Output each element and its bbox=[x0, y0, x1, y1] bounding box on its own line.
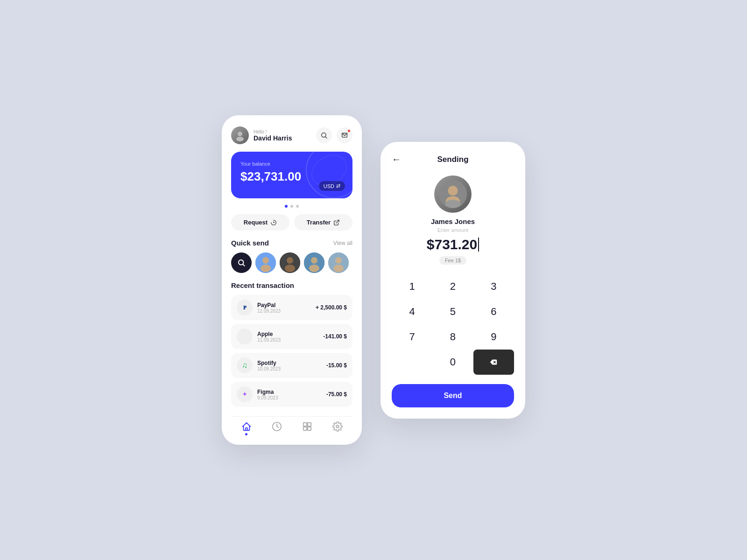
table-row[interactable]: 𝐏 PayPal 12.09.2023 + 2,500.00 $ bbox=[231, 295, 352, 320]
carousel-dots bbox=[231, 205, 352, 208]
exchange-icon: ⇄ bbox=[336, 183, 340, 189]
transfer-label: Transfer bbox=[307, 219, 331, 226]
sending-title: Sending bbox=[437, 155, 468, 164]
svg-point-29 bbox=[445, 200, 461, 208]
quick-send-list bbox=[231, 252, 352, 273]
svg-point-12 bbox=[287, 257, 293, 264]
svg-rect-21 bbox=[303, 423, 306, 426]
sending-header: ← Sending bbox=[392, 155, 514, 164]
tx-amount: + 2,500.00 $ bbox=[316, 304, 347, 311]
numpad-1[interactable]: 1 bbox=[392, 274, 432, 299]
numpad-backspace[interactable] bbox=[473, 350, 514, 375]
table-row[interactable]: ✦ Figma 9.09.2023 -75.00 $ bbox=[231, 382, 352, 407]
recent-tx-header: Recent transaction bbox=[231, 281, 352, 289]
notification-dot bbox=[347, 129, 351, 133]
figma-icon: ✦ bbox=[237, 386, 253, 402]
tx-date: 12.09.2023 bbox=[257, 308, 281, 314]
apple-icon bbox=[237, 329, 253, 344]
svg-point-19 bbox=[333, 265, 344, 272]
svg-point-15 bbox=[311, 257, 317, 264]
enter-amount-label: Enter amount bbox=[437, 227, 468, 233]
tx-date: 11.09.2023 bbox=[257, 337, 281, 343]
svg-point-9 bbox=[262, 257, 269, 264]
bottom-nav bbox=[231, 416, 352, 435]
search-button[interactable] bbox=[316, 127, 332, 143]
table-row[interactable]: ♫ Spotify 10.09.2023 -15.00 $ bbox=[231, 353, 352, 378]
svg-rect-24 bbox=[307, 427, 310, 430]
user-name: David Harris bbox=[254, 134, 292, 142]
transactions-list: 𝐏 PayPal 12.09.2023 + 2,500.00 $ Apple 1… bbox=[231, 295, 352, 407]
greeting-text: Hello ! bbox=[254, 129, 292, 134]
tx-amount: -75.00 $ bbox=[326, 391, 347, 398]
send-button[interactable]: Send bbox=[392, 384, 514, 407]
numpad-empty bbox=[392, 350, 432, 375]
notifications-button[interactable] bbox=[337, 127, 352, 143]
recipient-section: James Jones Enter amount $731.20 Fee 1$ bbox=[392, 175, 514, 265]
svg-point-25 bbox=[336, 425, 339, 428]
quick-send-person-2[interactable] bbox=[280, 252, 300, 273]
quick-send-search[interactable] bbox=[231, 252, 252, 273]
recipient-avatar bbox=[434, 175, 472, 213]
header-icons bbox=[316, 127, 352, 143]
numpad: 1 2 3 4 5 6 7 8 9 0 bbox=[392, 274, 514, 375]
amount-value: $731.20 bbox=[427, 237, 477, 252]
svg-point-13 bbox=[285, 265, 295, 272]
numpad-8[interactable]: 8 bbox=[432, 324, 473, 350]
dot-3[interactable] bbox=[296, 205, 299, 208]
nav-active-dot bbox=[245, 433, 247, 435]
nav-settings[interactable] bbox=[332, 421, 343, 435]
user-info: Hello ! David Harris bbox=[231, 126, 292, 144]
dot-1[interactable] bbox=[285, 205, 288, 208]
right-screen: ← Sending James Jones Enter amount $731.… bbox=[381, 142, 525, 419]
quick-send-header: Quick send View all bbox=[231, 239, 352, 247]
numpad-2[interactable]: 2 bbox=[432, 274, 473, 299]
request-label: Request bbox=[244, 219, 268, 226]
svg-point-10 bbox=[261, 265, 271, 272]
header: Hello ! David Harris bbox=[231, 126, 352, 144]
quick-send-person-4[interactable] bbox=[328, 252, 349, 273]
numpad-7[interactable]: 7 bbox=[392, 324, 432, 350]
fee-badge: Fee 1$ bbox=[439, 256, 466, 265]
spotify-icon: ♫ bbox=[237, 357, 253, 373]
svg-point-0 bbox=[238, 132, 242, 136]
transfer-button[interactable]: Transfer bbox=[294, 214, 352, 231]
svg-rect-22 bbox=[307, 423, 310, 426]
quick-send-person-1[interactable] bbox=[255, 252, 276, 273]
tx-name: Apple bbox=[257, 331, 281, 337]
balance-card: Your balance $23,731.00 USD ⇄ bbox=[231, 152, 352, 198]
numpad-6[interactable]: 6 bbox=[473, 299, 514, 324]
tx-name: Figma bbox=[257, 389, 278, 395]
svg-line-5 bbox=[336, 220, 339, 223]
currency-badge[interactable]: USD ⇄ bbox=[319, 181, 345, 191]
amount-display: $731.20 bbox=[427, 237, 479, 252]
numpad-9[interactable]: 9 bbox=[473, 324, 514, 350]
recipient-name: James Jones bbox=[431, 217, 475, 225]
numpad-4[interactable]: 4 bbox=[392, 299, 432, 324]
nav-home[interactable] bbox=[241, 421, 252, 435]
back-button[interactable]: ← bbox=[392, 154, 401, 165]
quick-send-title: Quick send bbox=[231, 239, 269, 247]
numpad-3[interactable]: 3 bbox=[473, 274, 514, 299]
view-all-link[interactable]: View all bbox=[333, 240, 352, 246]
nav-transfer[interactable] bbox=[302, 421, 312, 435]
svg-point-18 bbox=[335, 257, 342, 264]
table-row[interactable]: Apple 11.09.2023 -141.00 $ bbox=[231, 324, 352, 349]
tx-name: PayPal bbox=[257, 302, 281, 308]
dot-2[interactable] bbox=[290, 205, 293, 208]
nav-analytics[interactable] bbox=[272, 421, 282, 435]
user-avatar bbox=[231, 126, 249, 144]
numpad-5[interactable]: 5 bbox=[432, 299, 473, 324]
svg-point-27 bbox=[448, 186, 458, 196]
svg-point-1 bbox=[236, 137, 244, 141]
recent-tx-title: Recent transaction bbox=[231, 281, 294, 289]
quick-send-person-3[interactable] bbox=[304, 252, 324, 273]
request-button[interactable]: Request bbox=[231, 214, 289, 231]
tx-name: Spotify bbox=[257, 360, 281, 366]
tx-date: 10.09.2023 bbox=[257, 366, 281, 371]
paypal-icon: 𝐏 bbox=[237, 300, 253, 315]
left-screen: Hello ! David Harris bbox=[222, 115, 362, 445]
numpad-0[interactable]: 0 bbox=[432, 350, 473, 375]
svg-line-7 bbox=[243, 264, 244, 266]
svg-line-3 bbox=[325, 137, 327, 138]
tx-date: 9.09.2023 bbox=[257, 395, 278, 400]
